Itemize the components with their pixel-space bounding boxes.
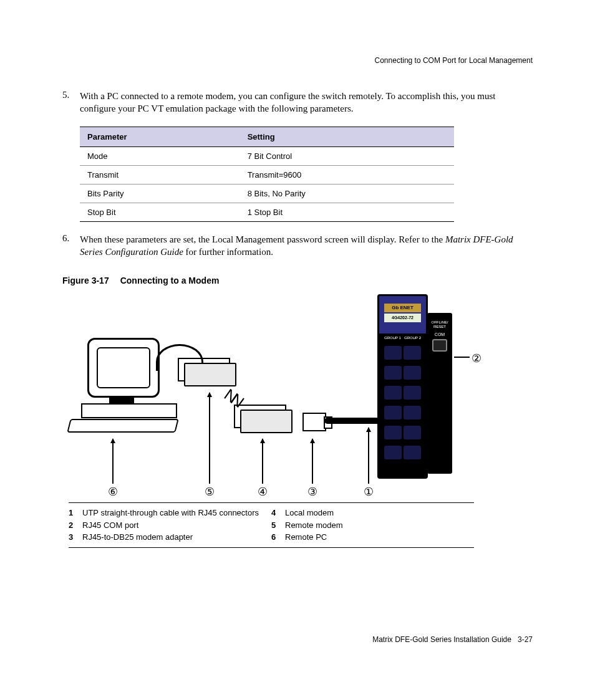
switch-group1-label: GROUP 1 xyxy=(384,336,401,340)
switch-port-icon xyxy=(404,406,421,420)
legend-text: RJ45-to-DB25 modem adapter xyxy=(82,531,193,544)
callout-6: ⑥ xyxy=(108,485,118,499)
legend-num: 6 xyxy=(271,531,285,544)
pc-stand-icon xyxy=(109,396,134,403)
parameter-table: Parameter Setting Mode 7 Bit Control Tra… xyxy=(80,127,454,222)
switch-port-icon xyxy=(384,386,402,400)
step-5-text: With a PC connected to a remote modem, y… xyxy=(80,90,533,115)
legend-text: Remote PC xyxy=(285,531,327,544)
table-row: Bits Parity 8 Bits, No Parity xyxy=(80,184,454,203)
figure-caption: Figure 3-17Connecting to a Modem xyxy=(62,276,533,285)
legend-num: 2 xyxy=(69,519,82,532)
legend-row: 6 Remote PC xyxy=(271,531,474,544)
cell-param: Stop Bit xyxy=(80,203,240,221)
switch-module-icon: Gb ENET 4G4202-72 GROUP 1 GROUP 2 xyxy=(377,294,428,479)
switch-port-icon xyxy=(404,426,421,439)
offline-reset-label: OFFLINE/ RESET xyxy=(427,320,452,328)
switch-port-icon xyxy=(384,406,402,420)
figure-3-17: NN Gb ENET 4G4202-72 GROUP 1 GROUP 2 xyxy=(69,294,480,500)
legend-row: 1 UTP straight-through cable with RJ45 c… xyxy=(69,507,271,519)
callout-arrow-icon xyxy=(312,439,313,484)
cell-setting: 1 Stop Bit xyxy=(240,203,454,221)
switch-port-icon xyxy=(384,346,402,360)
cell-param: Transmit xyxy=(80,165,240,184)
cell-param: Mode xyxy=(80,146,240,165)
running-head: Connecting to COM Port for Local Managem… xyxy=(62,56,533,65)
callout-2: ② xyxy=(472,352,481,365)
switch-label-gbenet: Gb ENET xyxy=(384,304,421,312)
callout-3: ③ xyxy=(307,485,317,499)
side-module-icon: OFFLINE/ RESET COM xyxy=(427,313,452,474)
pc-keyboard-icon xyxy=(67,419,178,433)
callout-5: ⑤ xyxy=(205,485,215,499)
switch-port-icon xyxy=(404,346,421,360)
switch-port-icon xyxy=(384,366,402,380)
remote-modem-icon xyxy=(184,363,236,386)
callout-4: ④ xyxy=(258,485,268,499)
legend-num: 1 xyxy=(69,507,82,519)
step-6-text: When these parameters are set, the Local… xyxy=(80,233,533,259)
footer-title: Matrix DFE-Gold Series Installation Guid… xyxy=(372,635,511,644)
phone-line-icon: NN xyxy=(220,385,244,410)
figure-title: Connecting to a Modem xyxy=(120,276,220,285)
legend-num: 4 xyxy=(271,507,285,519)
switch-port-icon xyxy=(404,366,421,380)
step-5-number: 5. xyxy=(62,90,80,115)
switch-port-icon xyxy=(384,426,402,439)
legend-text: Local modem xyxy=(285,507,334,519)
legend-text: Remote modem xyxy=(285,519,342,532)
pc-base-icon xyxy=(81,403,177,418)
th-parameter: Parameter xyxy=(80,127,240,146)
table-row: Stop Bit 1 Stop Bit xyxy=(80,203,454,221)
com-label: COM xyxy=(427,332,452,337)
legend-row: 4 Local modem xyxy=(271,507,474,519)
pc-monitor-icon xyxy=(87,338,160,398)
cell-param: Bits Parity xyxy=(80,184,240,203)
th-setting: Setting xyxy=(240,127,454,146)
step-6-text-b: for further information. xyxy=(183,247,273,257)
legend-row: 3 RJ45-to-DB25 modem adapter xyxy=(69,531,271,544)
legend-row: 5 Remote modem xyxy=(271,519,474,532)
step-6: 6. When these parameters are set, the Lo… xyxy=(62,233,533,259)
figure-legend: 1 UTP straight-through cable with RJ45 c… xyxy=(69,502,474,548)
switch-port-icon xyxy=(384,446,402,459)
callout-arrow-icon xyxy=(112,439,114,484)
switch-port-icon xyxy=(404,446,421,459)
callout-arrow-icon xyxy=(368,428,369,484)
cell-setting: 8 Bits, No Parity xyxy=(240,184,454,203)
callout-leader-icon xyxy=(454,357,470,358)
figure-number: Figure 3-17 xyxy=(62,276,109,285)
switch-label-model: 4G4202-72 xyxy=(384,314,421,322)
footer-page: 3-27 xyxy=(518,635,533,644)
legend-num: 3 xyxy=(69,531,82,544)
rj45-db25-adapter-icon xyxy=(302,413,326,431)
legend-text: UTP straight-through cable with RJ45 con… xyxy=(82,507,259,519)
step-6-number: 6. xyxy=(62,233,80,259)
callout-arrow-icon xyxy=(209,393,210,484)
com-port-icon xyxy=(432,339,447,352)
callout-arrow-icon xyxy=(262,439,263,484)
page-footer: Matrix DFE-Gold Series Installation Guid… xyxy=(372,635,533,644)
local-modem-icon xyxy=(240,410,293,433)
step-6-text-a: When these parameters are set, the Local… xyxy=(80,234,445,244)
legend-num: 5 xyxy=(271,519,285,532)
table-row: Mode 7 Bit Control xyxy=(80,146,454,165)
legend-text: RJ45 COM port xyxy=(82,519,138,532)
table-row: Transmit Transmit=9600 xyxy=(80,165,454,184)
step-5: 5. With a PC connected to a remote modem… xyxy=(62,90,533,115)
switch-port-icon xyxy=(404,386,421,400)
cell-setting: 7 Bit Control xyxy=(240,146,454,165)
callout-1: ① xyxy=(364,485,374,499)
switch-group2-label: GROUP 2 xyxy=(404,336,421,340)
legend-row: 2 RJ45 COM port xyxy=(69,519,271,532)
cell-setting: Transmit=9600 xyxy=(240,165,454,184)
